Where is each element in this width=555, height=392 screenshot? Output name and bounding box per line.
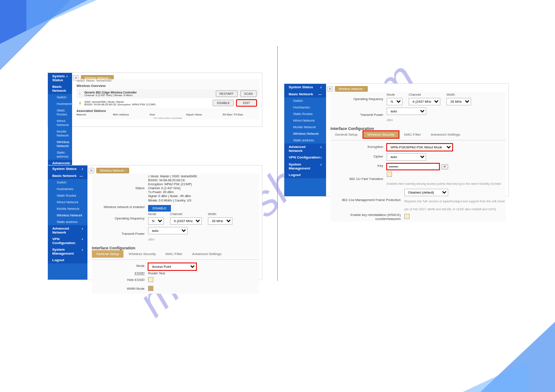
tab-general[interactable]: General Setup: [92, 250, 123, 258]
cipher-select[interactable]: auto: [387, 153, 426, 161]
assoc-stations-title: Associated Stations: [76, 109, 259, 112]
tab-security[interactable]: Wireless Security: [124, 250, 160, 258]
mfp-select[interactable]: Disabled (default): [404, 189, 448, 196]
nav-item[interactable]: Switch: [48, 94, 72, 101]
essid-label: ESSID: [92, 271, 148, 275]
nav-logout[interactable]: Logout: [48, 257, 87, 263]
txpower-select[interactable]: auto: [148, 227, 188, 234]
hide-essid-checkbox[interactable]: [148, 277, 153, 282]
krack-checkbox[interactable]: [404, 214, 410, 219]
nav-system-status[interactable]: System Status: [284, 84, 326, 91]
nav-item[interactable]: Wired Network: [48, 118, 72, 128]
nav-item[interactable]: Wireless Network: [48, 139, 72, 149]
channel-select[interactable]: 6 (2437 MHz): [409, 98, 440, 105]
nav-system-status[interactable]: System Status: [48, 73, 72, 83]
tab-security[interactable]: Wireless Security: [363, 131, 399, 138]
bssid-line: BSSID: 34:0A:68:25:68:CE | Encryption: W…: [84, 103, 213, 106]
status-bssid: BSSID: 34:0A:68:25:68:CE: [148, 179, 185, 182]
freq-label: Operating frequency: [92, 216, 148, 220]
nav-mobile-network[interactable]: Mobile Network: [48, 205, 87, 212]
mode-select[interactable]: N: [148, 217, 164, 225]
tab-row: General Setup Wireless Security MAC-Filt…: [330, 131, 506, 138]
wmm-checkbox[interactable]: [148, 286, 153, 291]
nav-wired-network[interactable]: Wired Network: [284, 117, 326, 124]
nav-static-routes[interactable]: Static Routes: [284, 111, 326, 117]
mode-dropdown[interactable]: Access Point: [148, 263, 196, 270]
nav-wireless-network[interactable]: Wireless Network: [284, 130, 326, 137]
cipher-label: Cipher: [330, 155, 387, 158]
freq-label: Operating frequency: [330, 97, 387, 101]
breadcrumb-tab[interactable]: Wireless Network: [335, 86, 368, 92]
sidebar: System Status Basic Network— Switch Host…: [48, 165, 87, 280]
nav-system-mgmt[interactable]: System Management: [48, 246, 87, 257]
nav-logout[interactable]: Logout: [284, 172, 326, 178]
iface-config-title: Interface Configuration: [330, 126, 506, 131]
iface-config-title: Interface Configuration: [92, 246, 259, 250]
nav-basic-network[interactable]: Basic Network—: [48, 173, 87, 179]
txpower-label: Transmit Power: [92, 232, 148, 236]
th-mode: Mode: [387, 93, 403, 97]
hide-essid-label: Hide ESSID: [92, 278, 148, 282]
tab-adv[interactable]: Advanced Settings: [188, 250, 226, 258]
width-select[interactable]: 20 MHz: [446, 98, 471, 105]
nav-vpn[interactable]: VPN Configuration: [48, 236, 87, 246]
nav-item[interactable]: Hostnames: [48, 101, 72, 107]
th-channel: Channel: [170, 212, 202, 216]
breadcrumb-tab[interactable]: Wireless Network: [96, 168, 129, 173]
nav-item[interactable]: Static Routes: [48, 107, 72, 118]
status-enc: Encryption: WPA2 PSK (CCMP): [148, 183, 192, 186]
status-label: Status: [92, 186, 148, 190]
th-mode: Mode: [148, 212, 164, 216]
encryption-select[interactable]: WPA-PSK/WPA2-PSK Mixed Mode: [387, 144, 453, 151]
th-width: Width: [208, 212, 232, 216]
dbm-note: dBm: [387, 119, 393, 122]
nav-static-routes[interactable]: Static Routes: [48, 192, 87, 199]
mode-select[interactable]: N: [387, 98, 403, 105]
nav-wired-network[interactable]: Wired Network: [48, 199, 87, 205]
tab-mac[interactable]: MAC-Filter: [161, 250, 187, 258]
nav-basic-network[interactable]: Basic Network—: [284, 91, 326, 97]
nav-advanced-network[interactable]: Advanced Network: [284, 144, 326, 154]
nav-system-status[interactable]: System Status: [48, 165, 87, 173]
nav-item[interactable]: Static address: [48, 149, 72, 160]
nav-system-mgmt[interactable]: System Management: [284, 161, 326, 172]
width-select[interactable]: 20 MHz: [208, 217, 232, 225]
nav-basic-network[interactable]: Basic Network: [48, 83, 72, 94]
nav-wireless-network[interactable]: Wireless Network: [48, 212, 87, 219]
subtitle: radio0: Master "testnet0406": [76, 79, 259, 82]
fast-transition-checkbox[interactable]: [387, 172, 392, 177]
disable-button[interactable]: DISABLE: [148, 205, 171, 212]
nav-mobile-network[interactable]: Mobile Network: [284, 124, 326, 130]
bg-triangle: [463, 361, 529, 392]
channel-select[interactable]: 6 (2437 MHz): [170, 217, 202, 225]
nav-switch[interactable]: Switch: [48, 179, 87, 186]
nav-vpn[interactable]: VPN Configuration: [284, 154, 326, 161]
tab-mac[interactable]: MAC-Filter: [400, 131, 425, 138]
nav-static-address[interactable]: Static address: [48, 219, 87, 225]
restart-button[interactable]: RESTART: [216, 90, 238, 97]
mfp-label: 802.11w Management Frame Protection: [330, 198, 404, 202]
scan-button[interactable]: SCAN: [240, 90, 257, 97]
wmm-label: WMM Mode: [92, 287, 148, 291]
key-input[interactable]: [387, 163, 439, 170]
enabled-label: Wireless network is enabled: [92, 205, 148, 209]
tab-general[interactable]: General Setup: [330, 131, 362, 138]
reveal-key-button[interactable]: ✳: [441, 164, 448, 169]
nav-hostnames[interactable]: Hostnames: [48, 186, 87, 192]
fast-transition-label: 802.11r Fast Transition: [330, 177, 387, 181]
sidebar: System Status Basic Network— Switch Host…: [284, 84, 326, 196]
device-name: Generic 802.11bgn Wireless Controller: [84, 91, 216, 94]
edit-button[interactable]: EDIT: [236, 100, 257, 106]
txpower-select[interactable]: auto: [387, 108, 426, 115]
no-info: No information available: [76, 117, 259, 119]
nav-item[interactable]: Mobile Network: [48, 128, 72, 139]
disable-button[interactable]: DISABLE: [213, 100, 234, 106]
tab-adv[interactable]: Advanced Settings: [426, 131, 464, 138]
column-divider: [277, 46, 278, 281]
nav-hostnames[interactable]: Hostnames: [284, 104, 326, 111]
nav-advanced-network[interactable]: Advanced Network: [48, 225, 87, 236]
th-width: Width: [446, 93, 471, 97]
pill: «: [88, 168, 94, 173]
nav-switch[interactable]: Switch: [284, 97, 326, 104]
nav-static-address[interactable]: Static address: [284, 137, 326, 144]
